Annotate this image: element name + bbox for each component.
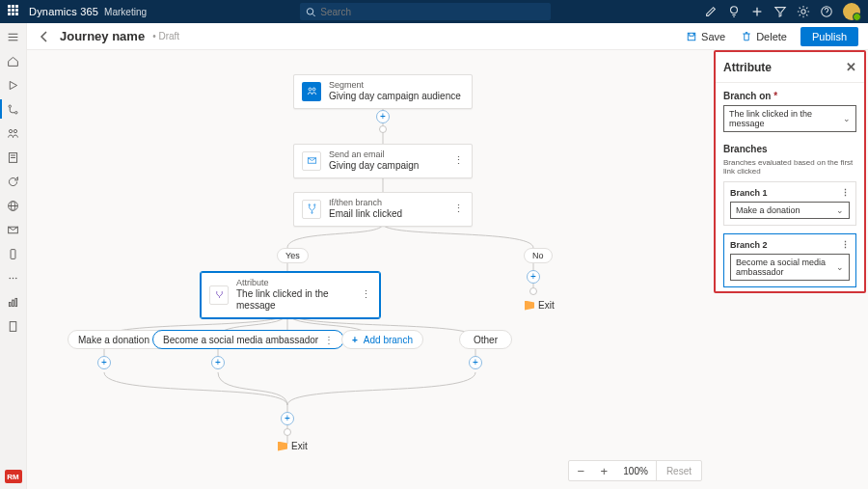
global-search[interactable] xyxy=(300,3,551,20)
node-ifthen[interactable]: If/then branch Email link clicked ⋮ xyxy=(293,192,473,227)
svg-point-46 xyxy=(311,212,312,213)
svg-point-11 xyxy=(15,111,17,113)
rail-segments-icon[interactable] xyxy=(6,125,21,141)
node-attribute[interactable]: Attribute The link clicked in the messag… xyxy=(201,272,380,318)
node-email[interactable]: Send an email Giving day campaign ⋮ xyxy=(293,144,473,178)
search-icon xyxy=(306,7,315,17)
attribute-icon xyxy=(209,285,229,305)
node-more-icon[interactable]: ⋮ xyxy=(361,288,371,301)
svg-point-13 xyxy=(14,129,16,132)
svg-point-45 xyxy=(313,204,314,205)
rail-journey-icon[interactable] xyxy=(6,101,21,117)
zoom-toolbar: − + 100% Reset xyxy=(568,460,702,481)
branch-on-label: Branch on * xyxy=(723,91,856,101)
rail-dots-icon[interactable] xyxy=(6,270,21,285)
app-launcher-icon[interactable] xyxy=(8,5,21,18)
add-node-button[interactable]: + xyxy=(281,412,294,425)
add-node-button[interactable]: + xyxy=(97,356,111,369)
user-avatar[interactable] xyxy=(843,3,860,20)
branches-sub: Branches evaluated based on the first li… xyxy=(723,158,856,176)
close-icon[interactable]: ✕ xyxy=(846,60,856,74)
no-label: No xyxy=(524,248,553,263)
lightbulb-icon[interactable] xyxy=(727,5,741,18)
zoom-reset-button[interactable]: Reset xyxy=(656,461,701,480)
drop-circle xyxy=(284,428,291,436)
brand-sub: Marketing xyxy=(104,7,147,17)
rail-play-icon[interactable] xyxy=(6,77,21,93)
rail-mail-icon[interactable] xyxy=(6,222,21,237)
zoom-in-button[interactable]: + xyxy=(592,464,615,478)
svg-point-41 xyxy=(309,89,312,92)
node-title: Email link clicked xyxy=(329,208,402,220)
branch-box-2[interactable]: Branch 2⋮ Become a social media ambassad… xyxy=(723,233,856,287)
svg-point-2 xyxy=(730,7,737,14)
branch-more-icon[interactable]: ⋮ xyxy=(841,240,850,250)
svg-rect-27 xyxy=(15,298,17,306)
svg-point-0 xyxy=(307,8,312,14)
delete-button[interactable]: Delete xyxy=(733,28,795,45)
plus-icon[interactable] xyxy=(750,5,764,18)
node-type: Send an email xyxy=(329,150,419,160)
zoom-value: 100% xyxy=(615,466,656,476)
edit-icon[interactable] xyxy=(704,5,718,18)
rail-form-icon[interactable] xyxy=(6,149,21,165)
rail-home-icon[interactable] xyxy=(6,53,21,68)
branch-icon xyxy=(302,200,321,219)
node-more-icon[interactable]: ⋮ xyxy=(453,154,464,167)
svg-point-42 xyxy=(312,89,315,92)
save-button[interactable]: Save xyxy=(678,28,733,45)
help-icon[interactable] xyxy=(820,5,833,18)
status-badge: • Draft xyxy=(152,31,179,41)
branch-pill-ambassador[interactable]: Become a social media ambassador ⋮ xyxy=(152,330,344,349)
branch-2-select[interactable]: Become a social media ambassador⌄ xyxy=(730,254,850,281)
rail-phone-icon[interactable] xyxy=(6,246,21,261)
branch-pill-other[interactable]: Other xyxy=(459,330,512,349)
node-title: The link clicked in the message xyxy=(236,288,353,312)
svg-rect-28 xyxy=(10,321,16,331)
add-node-button[interactable]: + xyxy=(527,270,540,284)
flag-icon xyxy=(278,442,287,451)
settings-icon[interactable] xyxy=(797,5,810,18)
back-button[interactable] xyxy=(37,29,52,44)
branch-1-select[interactable]: Make a donation⌄ xyxy=(730,202,850,219)
svg-point-23 xyxy=(13,277,14,279)
node-more-icon[interactable]: ⋮ xyxy=(453,203,464,215)
email-icon xyxy=(302,151,321,171)
segment-icon xyxy=(302,82,321,101)
add-node-button[interactable]: + xyxy=(469,356,482,369)
add-branch-pill[interactable]: + Add branch xyxy=(341,330,423,349)
page-title: Journey name xyxy=(60,29,145,43)
filter-icon[interactable] xyxy=(773,5,787,18)
rail-globe-icon[interactable] xyxy=(6,198,21,213)
exit-marker: Exit xyxy=(525,300,555,311)
svg-rect-25 xyxy=(9,302,11,306)
drop-circle xyxy=(529,287,537,295)
branches-label: Branches xyxy=(723,144,856,154)
publish-button[interactable]: Publish xyxy=(800,27,858,46)
rail-refresh-icon[interactable] xyxy=(6,174,21,189)
branch-more-icon[interactable]: ⋮ xyxy=(841,188,850,198)
add-node-button[interactable]: + xyxy=(376,110,390,123)
svg-line-1 xyxy=(312,14,315,16)
svg-point-12 xyxy=(9,129,12,132)
search-input[interactable] xyxy=(320,7,545,17)
drop-circle xyxy=(379,125,387,133)
svg-point-44 xyxy=(309,204,310,205)
zoom-out-button[interactable]: − xyxy=(569,464,592,478)
svg-point-22 xyxy=(9,277,11,279)
branch-box-1[interactable]: Branch 1⋮ Make a donation⌄ xyxy=(723,181,856,226)
add-node-button[interactable]: + xyxy=(211,356,225,369)
flag-icon xyxy=(525,301,534,311)
branch-on-select[interactable]: The link clicked in the message⌄ xyxy=(723,105,856,132)
svg-point-5 xyxy=(801,10,805,14)
node-type: Segment xyxy=(329,81,461,91)
node-title: Giving day campaign xyxy=(329,160,419,172)
pill-more-icon[interactable]: ⋮ xyxy=(324,335,334,345)
rail-menu-icon[interactable] xyxy=(6,29,21,44)
attribute-panel: Attribute ✕ Branch on * The link clicked… xyxy=(714,50,866,293)
side-rail: RM xyxy=(0,23,27,489)
rail-doc-icon[interactable] xyxy=(6,318,21,334)
rail-chart-icon[interactable] xyxy=(6,294,21,310)
node-segment[interactable]: Segment Giving day campaign audience xyxy=(293,74,473,109)
rail-rm-badge[interactable]: RM xyxy=(5,470,22,483)
